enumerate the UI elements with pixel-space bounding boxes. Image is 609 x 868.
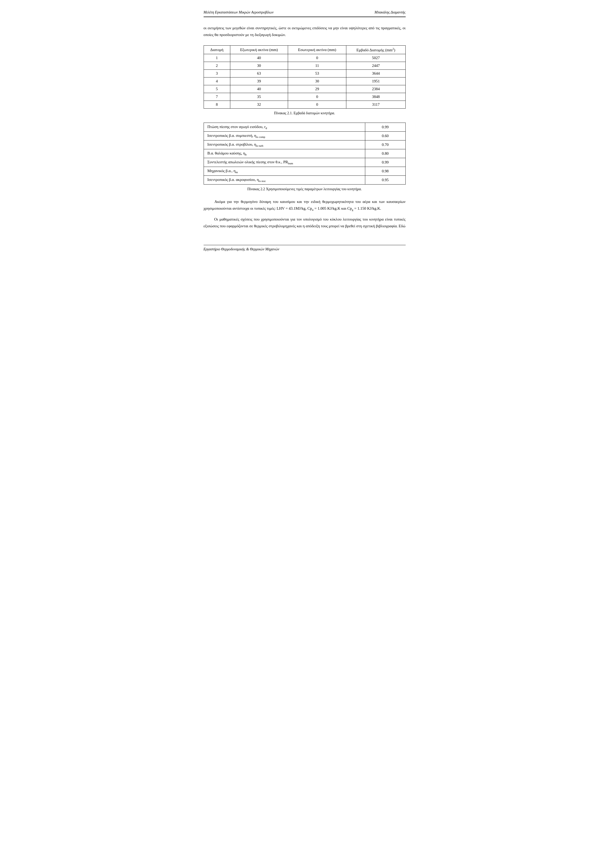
table-row: 7 35 0 3848	[204, 93, 405, 101]
list-item: Ισεντροπικός β.α. συμπιεστή, ηis comp 0.…	[204, 132, 405, 141]
param-label: Συντελεστής απωλειών ολικής πίεσης στον …	[204, 158, 365, 167]
param-value: 0.70	[365, 141, 405, 149]
page-header: Μελέτη Εγκαταστάσεων Μικρών Αεροστροβίλω…	[204, 10, 406, 17]
cell-area: 2447	[346, 62, 405, 70]
list-item: Συντελεστής απωλειών ολικής πίεσης στον …	[204, 158, 405, 167]
cell-id: 1	[204, 54, 230, 62]
param-value: 0.98	[365, 167, 405, 176]
cross-table-caption: Πίνακας 2.1. Εμβαδά διατομών κινητήρα.	[204, 111, 406, 115]
param-label: Ισεντροπικός β.α. στροβίλου, ηis turb	[204, 141, 365, 149]
param-label: Μηχανικός β.α., ηm	[204, 167, 365, 176]
table-row: 3 63 53 3644	[204, 70, 405, 78]
header-title-right: Μπακάλης Διαμαντής	[374, 10, 406, 14]
list-item: Β.α. θαλάμου καύσης, ηb 0.80	[204, 149, 405, 158]
table-row: 8 32 0 3117	[204, 101, 405, 108]
table-row: 2 30 11 2447	[204, 62, 405, 70]
table-row: 5 40 29 2384	[204, 85, 405, 93]
param-value: 0.80	[365, 149, 405, 158]
cell-int: 0	[288, 54, 346, 62]
cell-area: 2384	[346, 85, 405, 93]
list-item: Πτώση πίεσης στον αγωγό εισόδου, rd 0.99	[204, 123, 405, 132]
table-row: 1 40 0 5027	[204, 54, 405, 62]
table-row: 4 39 30 1951	[204, 78, 405, 85]
param-label: Ισεντροπικός β.α. ακροφυσίου, ηis noz	[204, 176, 365, 184]
cell-area: 1951	[346, 78, 405, 85]
cell-ext: 63	[230, 70, 288, 78]
list-item: Μηχανικός β.α., ηm 0.98	[204, 167, 405, 176]
cell-int: 0	[288, 93, 346, 101]
col-header-int: Εσωτερική ακτίνα (mm)	[288, 46, 346, 54]
footer-text: Εργαστήριο Θερμοδυναμικής & Θερμικών Μηχ…	[204, 247, 280, 251]
cell-ext: 39	[230, 78, 288, 85]
param-label: Β.α. θαλάμου καύσης, ηb	[204, 149, 365, 158]
cell-int: 11	[288, 62, 346, 70]
cross-section-table: Διατομή Εξωτερική ακτίνα (mm) Εσωτερική …	[204, 45, 406, 108]
body-paragraph-2: Οι μαθηματικές σχέσεις που χρησιμοποιούν…	[204, 216, 406, 229]
cell-id: 8	[204, 101, 230, 108]
param-value: 0.60	[365, 132, 405, 141]
cell-ext: 30	[230, 62, 288, 70]
cell-area: 3848	[346, 93, 405, 101]
cell-ext: 40	[230, 85, 288, 93]
params-table-caption: Πίνακας 2.2 Χρησιμοποιούμενες τιμές παρα…	[204, 187, 406, 191]
body-paragraph-1: Ακόμα για την θερμογόνο δύναμη του καυσί…	[204, 198, 406, 212]
cell-int: 29	[288, 85, 346, 93]
param-value: 0.95	[365, 176, 405, 184]
header-title-left: Μελέτη Εγκαταστάσεων Μικρών Αεροστροβίλω…	[204, 10, 274, 14]
cell-id: 7	[204, 93, 230, 101]
cell-id: 2	[204, 62, 230, 70]
cell-ext: 35	[230, 93, 288, 101]
param-value: 0.99	[365, 158, 405, 167]
cell-area: 3117	[346, 101, 405, 108]
params-table: Πτώση πίεσης στον αγωγό εισόδου, rd 0.99…	[204, 122, 406, 184]
cell-id: 5	[204, 85, 230, 93]
param-label: Ισεντροπικός β.α. συμπιεστή, ηis comp	[204, 132, 365, 141]
page-footer: Εργαστήριο Θερμοδυναμικής & Θερμικών Μηχ…	[204, 245, 406, 251]
cell-id: 4	[204, 78, 230, 85]
col-header-id: Διατομή	[204, 46, 230, 54]
cell-int: 53	[288, 70, 346, 78]
cell-int: 30	[288, 78, 346, 85]
list-item: Ισεντροπικός β.α. στροβίλου, ηis turb 0.…	[204, 141, 405, 149]
cell-area: 5027	[346, 54, 405, 62]
cell-area: 3644	[346, 70, 405, 78]
col-header-area: Εμβαδό Διατομής (mm2)	[346, 46, 405, 54]
cell-ext: 32	[230, 101, 288, 108]
col-header-ext: Εξωτερική ακτίνα (mm)	[230, 46, 288, 54]
param-value: 0.99	[365, 123, 405, 132]
cell-int: 0	[288, 101, 346, 108]
intro-paragraph: οι εκτιμήσεις των μεγεθών είναι συντηρητ…	[204, 25, 406, 38]
cell-id: 3	[204, 70, 230, 78]
param-label: Πτώση πίεσης στον αγωγό εισόδου, rd	[204, 123, 365, 132]
cell-ext: 40	[230, 54, 288, 62]
list-item: Ισεντροπικός β.α. ακροφυσίου, ηis noz 0.…	[204, 176, 405, 184]
